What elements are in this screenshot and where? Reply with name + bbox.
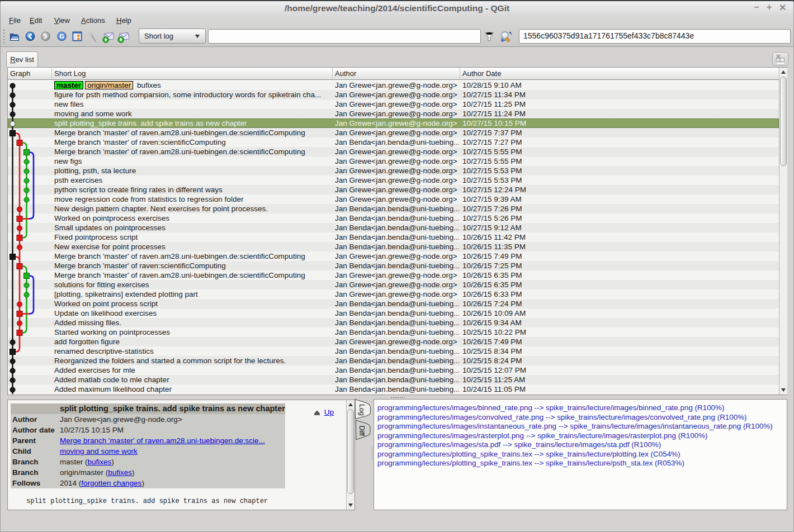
svg-text:Log: Log <box>358 404 366 416</box>
svg-text:Diff: Diff <box>358 426 366 436</box>
svg-text:G: G <box>59 33 64 40</box>
